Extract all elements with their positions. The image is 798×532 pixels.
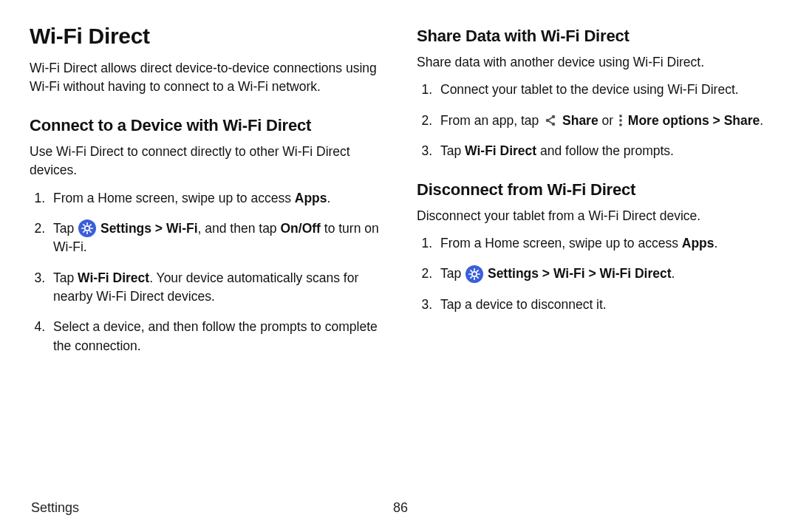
share-step-3: Tap Wi-Fi Direct and follow the prompts. [436,142,768,160]
svg-point-13 [552,115,556,119]
connect-intro: Use Wi-Fi Direct to connect directly to … [30,143,381,180]
svg-line-26 [471,276,472,278]
svg-point-0 [78,219,96,237]
content-columns: Wi-Fi Direct Wi-Fi Direct allows direct … [30,24,768,367]
disconnect-heading: Disconnect from Wi-Fi Direct [417,180,768,200]
disconnect-intro: Disconnect your tablet from a Wi-Fi Dire… [417,207,768,225]
left-column: Wi-Fi Direct Wi-Fi Direct allows direct … [30,24,381,367]
disconnect-step-1: From a Home screen, swipe up to access A… [436,234,768,253]
right-column: Share Data with Wi-Fi Direct Share data … [417,24,768,367]
share-steps: Connect your tablet to the device using … [417,81,768,160]
settings-icon [78,219,96,237]
svg-line-6 [83,225,85,226]
settings-icon [466,265,483,283]
svg-point-18 [466,265,483,283]
svg-point-14 [552,123,556,126]
svg-point-15 [619,115,622,117]
connect-heading: Connect to a Device with Wi-Fi Direct [30,116,381,135]
disconnect-step-3: Tap a device to disconnect it. [436,296,768,314]
svg-line-7 [90,231,92,233]
svg-line-27 [477,270,479,272]
connect-step-3: Tap Wi-Fi Direct. Your device automatica… [49,269,381,307]
svg-line-9 [90,225,92,226]
page-number: 86 [393,500,408,516]
svg-line-8 [83,231,85,233]
svg-point-17 [619,123,622,126]
footer-section: Settings [31,500,79,515]
share-heading: Share Data with Wi-Fi Direct [417,27,768,46]
share-intro: Share data with another device using Wi-… [417,53,768,72]
share-icon [543,113,558,128]
share-step-1: Connect your tablet to the device using … [436,81,768,99]
intro-paragraph: Wi-Fi Direct allows direct device-to-dev… [30,59,381,97]
svg-point-16 [619,119,622,122]
connect-steps: From a Home screen, swipe up to access A… [30,189,381,356]
page-footer: Settings 86 [31,500,770,516]
page-title: Wi-Fi Direct [30,24,381,49]
connect-step-4: Select a device, and then follow the pro… [49,318,381,355]
svg-point-12 [546,119,550,123]
connect-step-2: Tap Settings > Wi-Fi, and then tap On/Of… [49,219,381,257]
svg-line-25 [477,276,479,278]
share-step-2: From an app, tap Share or More options >… [436,112,768,130]
more-options-icon [618,113,624,128]
disconnect-step-2: Tap Settings > Wi-Fi > Wi-Fi Direct. [436,265,768,283]
connect-step-1: From a Home screen, swipe up to access A… [49,189,381,208]
disconnect-steps: From a Home screen, swipe up to access A… [417,234,768,314]
svg-line-24 [471,270,472,272]
